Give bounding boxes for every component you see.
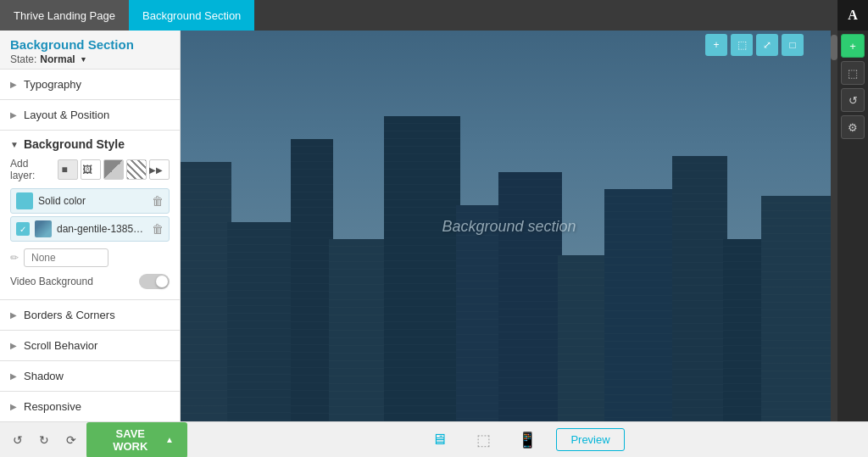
arrow-up-icon: ▲ xyxy=(165,435,174,444)
layers-toolbar-btn[interactable]: ⬚ xyxy=(841,61,865,85)
add-layer-row: Add layer: ■ 🖼 ▶▶ xyxy=(10,158,170,181)
sidebar-item-responsive[interactable]: ▶ Responsive xyxy=(0,391,180,421)
tablet-view-button[interactable]: ⬚ xyxy=(468,425,498,455)
main-area: Background Section State: Normal ▾ ▶ Typ… xyxy=(0,31,868,421)
layer-list: Solid color 🗑 ✓ dan-gentile-1385099-unsp… xyxy=(10,188,170,242)
copy-icon[interactable]: ⤢ xyxy=(756,34,778,56)
video-icon-btn[interactable]: ▶▶ xyxy=(149,159,170,180)
image-icon-btn[interactable]: 🖼 xyxy=(81,159,101,180)
sidebar-item-scroll[interactable]: ▶ Scroll Behavior xyxy=(0,330,180,360)
desktop-icon: 🖥 xyxy=(431,431,447,449)
state-row: State: Normal ▾ xyxy=(10,53,170,65)
solid-square-icon: ■ xyxy=(61,164,67,176)
canvas: Background section + ⬚ ⤢ □ xyxy=(181,31,837,421)
panel-title: Background Section xyxy=(10,37,170,52)
video-bg-toggle[interactable] xyxy=(139,274,170,289)
background-style-section: ▼ Background Style Add layer: ■ 🖼 xyxy=(0,130,180,299)
gradient-icon-btn[interactable] xyxy=(103,159,124,180)
sidebar-item-layout[interactable]: ▶ Layout & Position xyxy=(0,99,180,130)
canvas-scrollbar[interactable] xyxy=(831,31,837,421)
layer-thumb-image xyxy=(35,220,52,237)
none-input-row: ✏ xyxy=(10,248,170,267)
none-input[interactable] xyxy=(24,248,108,267)
chevron-right-icon: ▶ xyxy=(10,402,17,411)
bg-style-title[interactable]: ▼ Background Style xyxy=(10,137,170,151)
desktop-view-button[interactable]: 🖥 xyxy=(424,425,454,455)
video-icon: ▶▶ xyxy=(149,165,163,175)
pencil-icon: ✏ xyxy=(10,252,19,264)
layer-thumb-solid xyxy=(16,192,33,209)
add-element-icon[interactable]: + xyxy=(705,34,727,56)
chevron-right-icon: ▶ xyxy=(10,80,17,89)
history-toolbar-btn[interactable]: ↺ xyxy=(841,88,865,112)
mobile-icon: 📱 xyxy=(518,431,537,449)
pattern-icon-btn[interactable] xyxy=(126,159,147,180)
chevron-right-icon: ▶ xyxy=(10,371,17,381)
video-bg-row: Video Background xyxy=(10,274,170,289)
toggle-knob xyxy=(156,276,168,287)
preview-button[interactable]: Preview xyxy=(556,428,624,451)
left-panel: Background Section State: Normal ▾ ▶ Typ… xyxy=(0,31,181,421)
save-icon[interactable]: ⬚ xyxy=(731,34,753,56)
bottom-center: 🖥 ⬚ 📱 Preview xyxy=(187,425,861,455)
scrollbar-thumb xyxy=(831,35,837,60)
delete-icon[interactable]: □ xyxy=(782,34,804,56)
state-dropdown[interactable]: Normal ▾ xyxy=(40,53,88,65)
layer-delete-icon[interactable]: 🗑 xyxy=(152,222,164,236)
mobile-view-button[interactable]: 📱 xyxy=(512,425,542,455)
layer-icons: ■ 🖼 ▶▶ xyxy=(58,159,170,180)
bottom-left: ↺ ↻ ⟳ SAVE WORK ▲ xyxy=(7,422,187,458)
right-area: Background section + ⬚ ⤢ □ + ⬚ ↺ ⚙ xyxy=(181,31,868,421)
chevron-right-icon: ▶ xyxy=(10,110,17,120)
layer-delete-icon[interactable]: 🗑 xyxy=(152,194,164,208)
right-toolbar: + ⬚ ↺ ⚙ xyxy=(837,31,868,421)
sidebar-item-typography[interactable]: ▶ Typography xyxy=(0,69,180,99)
thrive-logo: A xyxy=(837,0,868,31)
panel-header: Background Section State: Normal ▾ xyxy=(0,31,180,69)
chevron-right-icon: ▶ xyxy=(10,310,17,320)
undo-button[interactable]: ↺ xyxy=(7,428,28,452)
solid-color-icon-btn[interactable]: ■ xyxy=(58,159,78,180)
sidebar-item-shadow[interactable]: ▶ Shadow xyxy=(0,360,180,391)
tablet-icon: ⬚ xyxy=(476,431,491,449)
list-item[interactable]: ✓ dan-gentile-1385099-unsplash... 🗑 xyxy=(10,216,170,242)
layer-visible-check[interactable]: ✓ xyxy=(16,222,30,236)
redo-button[interactable]: ↻ xyxy=(33,428,54,452)
city-background: Background section xyxy=(181,31,837,421)
breadcrumb-background-section[interactable]: Background Section xyxy=(129,0,254,31)
image-icon: 🖼 xyxy=(82,164,92,176)
canvas-top-icons: + ⬚ ⤢ □ xyxy=(705,34,804,56)
settings-toolbar-btn[interactable]: ⚙ xyxy=(841,115,865,139)
chevron-right-icon: ▶ xyxy=(10,341,17,350)
list-item[interactable]: Solid color 🗑 xyxy=(10,188,170,214)
chevron-down-icon: ▾ xyxy=(81,55,86,64)
add-toolbar-btn[interactable]: + xyxy=(841,34,865,58)
save-work-button[interactable]: SAVE WORK ▲ xyxy=(86,422,187,458)
breadcrumb-landing-page[interactable]: Thrive Landing Page xyxy=(0,0,129,31)
sidebar-item-borders[interactable]: ▶ Borders & Corners xyxy=(0,299,180,330)
refresh-button[interactable]: ⟳ xyxy=(60,428,81,452)
color-overlay xyxy=(181,31,837,421)
top-bar: Thrive Landing Page Background Section A xyxy=(0,0,868,31)
chevron-down-icon: ▼ xyxy=(10,140,19,149)
bottom-bar: ↺ ↻ ⟳ SAVE WORK ▲ 🖥 ⬚ 📱 Preview xyxy=(0,421,868,457)
